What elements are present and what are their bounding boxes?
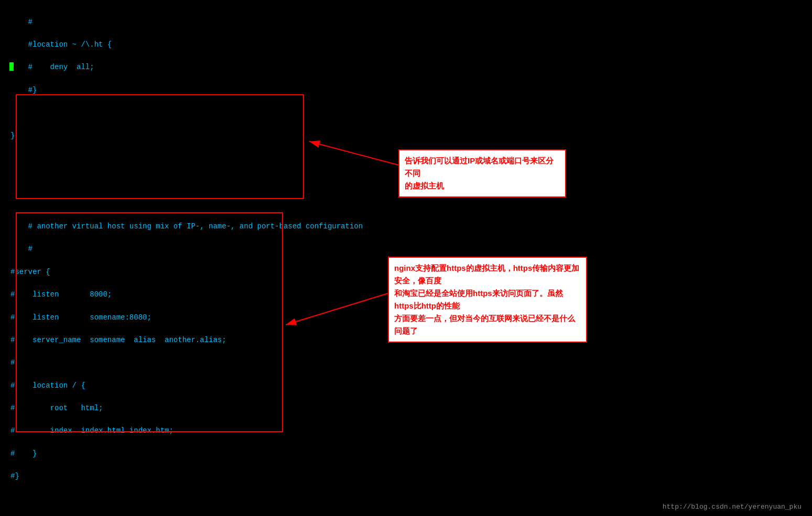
annotation-virtual-host-text: 告诉我们可以通过IP或域名或端口号来区分不同的虚拟主机 <box>405 156 554 190</box>
code-line: # deny all; <box>10 62 802 73</box>
annotation-virtual-host: 告诉我们可以通过IP或域名或端口号来区分不同的虚拟主机 <box>398 149 566 197</box>
code-line: # <box>10 17 802 28</box>
code-line: #location ~ /\.ht { <box>10 39 802 51</box>
code-line: # } <box>10 448 802 460</box>
code-line <box>10 199 802 210</box>
annotation-https: nginx支持配置https的虚拟主机，https传输内容更加安全，像百度和淘宝… <box>388 257 587 343</box>
footer-url-text: http://blog.csdn.net/yerenyuan_pku <box>663 503 802 511</box>
code-line: #} <box>10 471 802 482</box>
annotation-https-text: nginx支持配置https的虚拟主机，https传输内容更加安全，像百度和淘宝… <box>394 264 579 335</box>
highlight-box-server2 <box>16 212 283 432</box>
footer-url: http://blog.csdn.net/yerenyuan_pku <box>663 503 802 511</box>
highlight-box-server1 <box>16 94 304 199</box>
cursor <box>9 62 14 71</box>
